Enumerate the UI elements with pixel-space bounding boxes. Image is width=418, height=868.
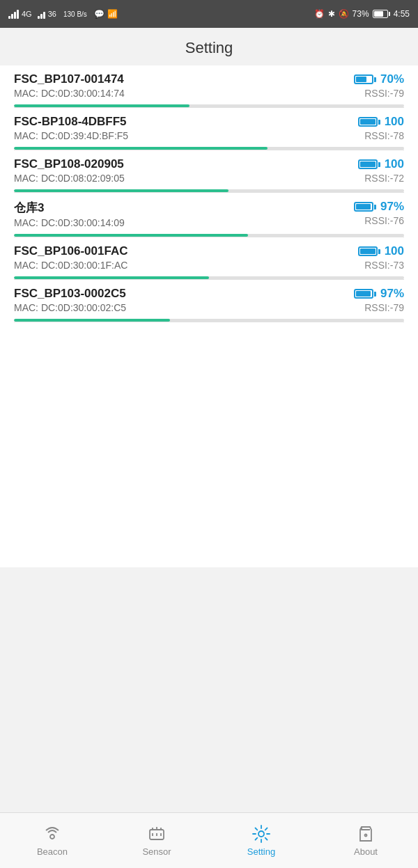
battery-fill-2 xyxy=(360,119,376,125)
device-left-6: FSC_BP103-0002C5 MAC: DC:0D:30:00:02:C5 xyxy=(14,287,354,313)
about-icon xyxy=(355,824,377,844)
nav-item-setting[interactable]: Setting xyxy=(209,819,314,862)
rssi-6: RSSI:-79 xyxy=(364,302,404,313)
device-name-6: FSC_BP103-0002C5 xyxy=(14,287,354,301)
battery-icon-blue-5 xyxy=(358,246,380,256)
network-type-1: 4G xyxy=(22,10,32,18)
sensor-icon xyxy=(146,824,168,844)
setting-icon xyxy=(250,824,272,844)
device-item-6[interactable]: FSC_BP103-0002C5 MAC: DC:0D:30:00:02:C5 … xyxy=(0,280,418,322)
device-content-3: FSC_BP108-020905 MAC: DC:0D:08:02:09:05 … xyxy=(14,157,404,189)
battery-percent-5: 100 xyxy=(385,244,404,258)
battery-percent-6: 97% xyxy=(380,287,404,301)
battery-cap-6 xyxy=(374,292,376,297)
device-mac-5: MAC: DC:0D:30:00:1F:AC xyxy=(14,260,358,271)
device-left-3: FSC_BP108-020905 MAC: DC:0D:08:02:09:05 xyxy=(14,157,358,184)
device-right-6: 97% RSSI:-79 xyxy=(354,287,404,313)
divider-6 xyxy=(14,322,404,322)
page-title-bar: Setting xyxy=(0,28,418,65)
battery-icon-blue-3 xyxy=(358,159,380,169)
status-right: ⏰ ✱ 🔕 73% 4:55 xyxy=(314,9,410,19)
battery-body-6 xyxy=(354,289,373,299)
battery-cap-1 xyxy=(374,77,376,82)
beacon-icon xyxy=(41,824,63,844)
nav-item-about[interactable]: About xyxy=(314,819,418,862)
device-name-4: 仓库3 xyxy=(14,200,354,216)
battery-body-4 xyxy=(354,202,373,212)
empty-area xyxy=(0,567,418,812)
device-content-5: FSC_BP106-001FAC MAC: DC:0D:30:00:1F:AC … xyxy=(14,244,404,276)
device-right-4: 97% RSSI:-76 xyxy=(354,200,404,226)
rssi-5: RSSI:-73 xyxy=(364,260,404,271)
bluetooth-icon: ✱ xyxy=(328,9,335,19)
signal-bars-2 xyxy=(38,9,45,19)
battery-percent-label: 73% xyxy=(353,9,369,19)
bottom-nav: Beacon Sensor Setting xyxy=(0,812,418,868)
device-left-5: FSC_BP106-001FAC MAC: DC:0D:30:00:1F:AC xyxy=(14,244,358,271)
signal-bars-1 xyxy=(8,9,19,19)
device-right-3: 100 RSSI:-72 xyxy=(358,157,404,184)
battery-icon-blue-2 xyxy=(358,117,380,127)
nav-item-sensor[interactable]: Sensor xyxy=(104,819,209,862)
rssi-4: RSSI:-76 xyxy=(364,215,404,226)
alarm-icon: ⏰ xyxy=(314,9,325,19)
battery-icon-blue-6 xyxy=(354,289,376,299)
nav-label-beacon: Beacon xyxy=(37,846,68,857)
svg-point-0 xyxy=(50,835,54,839)
battery-cap-2 xyxy=(378,120,380,125)
device-name-2: FSC-BP108-4DBFF5 xyxy=(14,115,358,129)
device-mac-4: MAC: DC:0D:30:00:14:09 xyxy=(14,217,354,228)
battery-icon-blue-4 xyxy=(354,202,376,212)
battery-row-1: 70% xyxy=(354,72,404,86)
device-content-4: 仓库3 MAC: DC:0D:30:00:14:09 97% RSSI:-76 xyxy=(14,200,404,234)
battery-body-5 xyxy=(358,246,378,256)
svg-point-6 xyxy=(365,835,367,837)
battery-icon xyxy=(373,10,390,18)
battery-icon-blue-1 xyxy=(354,74,376,84)
device-item-3[interactable]: FSC_BP108-020905 MAC: DC:0D:08:02:09:05 … xyxy=(0,150,418,193)
device-item-4[interactable]: 仓库3 MAC: DC:0D:30:00:14:09 97% RSSI:-76 xyxy=(0,193,418,237)
battery-cap-3 xyxy=(378,162,380,167)
device-right-5: 100 RSSI:-73 xyxy=(358,244,404,271)
time: 4:55 xyxy=(394,9,410,19)
battery-cap-4 xyxy=(374,205,376,210)
battery-fill-3 xyxy=(360,161,376,167)
device-left-4: 仓库3 MAC: DC:0D:30:00:14:09 xyxy=(14,200,354,228)
device-mac-6: MAC: DC:0D:30:00:02:C5 xyxy=(14,302,354,313)
battery-row-6: 97% xyxy=(354,287,404,301)
battery-fill-1 xyxy=(356,77,366,82)
status-left: 4G 36 130 B/s 💬 📶 xyxy=(8,9,118,19)
battery-fill-4 xyxy=(356,204,371,210)
battery-fill-5 xyxy=(360,248,376,254)
battery-percent-3: 100 xyxy=(385,157,404,171)
battery-row-4: 97% xyxy=(354,200,404,214)
device-item-2[interactable]: FSC-BP108-4DBFF5 MAC: DC:0D:39:4D:BF:F5 … xyxy=(0,108,418,150)
message-icon: 💬 xyxy=(94,9,104,19)
rssi-2: RSSI:-78 xyxy=(364,130,404,141)
battery-row-5: 100 xyxy=(358,244,404,258)
battery-percent-1: 70% xyxy=(380,72,404,86)
nav-label-sensor: Sensor xyxy=(142,846,171,857)
device-name-3: FSC_BP108-020905 xyxy=(14,157,358,171)
status-bar: 4G 36 130 B/s 💬 📶 ⏰ ✱ 🔕 73% 4:55 xyxy=(0,0,418,28)
device-right-2: 100 RSSI:-78 xyxy=(358,115,404,141)
svg-point-5 xyxy=(258,831,264,837)
data-speed: 130 B/s xyxy=(63,10,87,18)
device-left-1: FSC_BP107-001474 MAC: DC:0D:30:00:14:74 xyxy=(14,72,354,99)
nav-item-beacon[interactable]: Beacon xyxy=(0,819,104,862)
device-left-2: FSC-BP108-4DBFF5 MAC: DC:0D:39:4D:BF:F5 xyxy=(14,115,358,141)
battery-row-3: 100 xyxy=(358,157,404,171)
device-mac-2: MAC: DC:0D:39:4D:BF:F5 xyxy=(14,130,358,141)
nav-label-about: About xyxy=(354,846,378,857)
device-item-5[interactable]: FSC_BP106-001FAC MAC: DC:0D:30:00:1F:AC … xyxy=(0,237,418,280)
battery-cap-5 xyxy=(378,249,380,254)
network-type-2: 36 xyxy=(48,10,56,18)
battery-fill-6 xyxy=(356,291,371,297)
device-item-1[interactable]: FSC_BP107-001474 MAC: DC:0D:30:00:14:74 … xyxy=(0,65,418,108)
rssi-1: RSSI:-79 xyxy=(364,88,404,99)
battery-row-2: 100 xyxy=(358,115,404,129)
battery-body-2 xyxy=(358,117,378,127)
mute-icon: 🔕 xyxy=(339,9,349,19)
device-name-5: FSC_BP106-001FAC xyxy=(14,244,358,258)
wifi-icon: 📶 xyxy=(107,9,118,19)
